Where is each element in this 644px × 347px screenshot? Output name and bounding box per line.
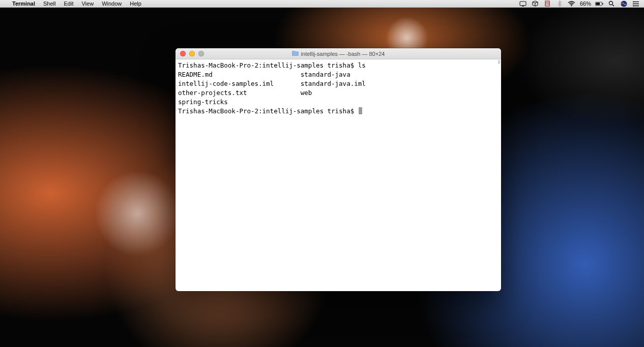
- scrollbar[interactable]: [498, 59, 500, 290]
- bluetooth-icon[interactable]: [555, 0, 564, 7]
- svg-rect-2: [545, 1, 549, 6]
- display-menu-icon[interactable]: [519, 0, 527, 7]
- svg-point-5: [571, 5, 572, 6]
- window-minimize-button[interactable]: [189, 51, 195, 56]
- window-zoom-button[interactable]: [198, 51, 204, 56]
- battery-percentage: 66%: [580, 1, 591, 7]
- menubar: Terminal Shell Edit View Window Help 66%: [0, 0, 644, 8]
- battery-icon[interactable]: [595, 0, 603, 7]
- svg-rect-8: [596, 3, 600, 5]
- spotlight-icon[interactable]: [607, 0, 616, 7]
- terminal-line: README.md standard-java: [178, 71, 350, 78]
- svg-point-9: [609, 2, 613, 5]
- terminal-line: Trishas-MacBook-Pro-2:intellij-samples t…: [178, 61, 366, 69]
- svg-rect-7: [602, 3, 603, 5]
- box-menu-icon[interactable]: [531, 0, 539, 7]
- siri-icon[interactable]: [620, 0, 628, 7]
- notification-center-icon[interactable]: [632, 0, 640, 7]
- window-close-button[interactable]: [180, 51, 186, 56]
- svg-point-15: [633, 1, 634, 2]
- terminal-line: intellij-code-samples.iml standard-java.…: [178, 80, 366, 87]
- menu-shell[interactable]: Shell: [39, 1, 60, 7]
- menu-window[interactable]: Window: [98, 1, 126, 7]
- wifi-icon[interactable]: [568, 0, 576, 7]
- menu-help[interactable]: Help: [126, 1, 145, 7]
- menu-view[interactable]: View: [77, 1, 98, 7]
- svg-rect-0: [520, 2, 526, 6]
- menu-app-name[interactable]: Terminal: [8, 1, 39, 7]
- terminal-prompt: Trishas-MacBook-Pro-2:intellij-samples t…: [178, 107, 358, 115]
- svg-point-16: [633, 3, 634, 4]
- stack-menu-icon[interactable]: [543, 0, 551, 7]
- window-title: intellij-samples — -bash — 80×24: [301, 51, 385, 57]
- terminal-content[interactable]: Trishas-MacBook-Pro-2:intellij-samples t…: [175, 59, 501, 117]
- window-titlebar[interactable]: intellij-samples — -bash — 80×24: [175, 48, 501, 59]
- terminal-line: other-projects.txt web: [178, 89, 312, 97]
- svg-line-10: [612, 5, 614, 6]
- svg-rect-1: [522, 6, 524, 7]
- terminal-line: spring-tricks: [178, 98, 228, 106]
- menu-edit[interactable]: Edit: [60, 1, 78, 7]
- terminal-window[interactable]: intellij-samples — -bash — 80×24 Trishas…: [175, 48, 501, 291]
- svg-point-17: [633, 5, 634, 6]
- folder-icon: [292, 51, 299, 57]
- terminal-cursor: [359, 107, 362, 114]
